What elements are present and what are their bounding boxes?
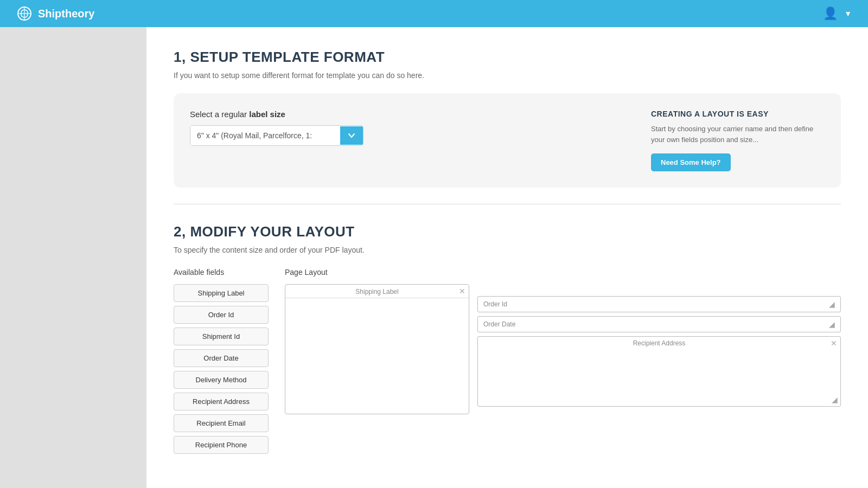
page-layout-label: Page Layout [285,268,841,277]
field-recipient-email[interactable]: Recipient Email [174,414,269,432]
field-delivery-method[interactable]: Delivery Method [174,371,269,389]
label-size-input[interactable] [190,126,340,145]
help-button[interactable]: Need Some Help? [651,153,731,171]
main-content: 1, SETUP TEMPLATE FORMAT If you want to … [146,27,868,488]
field-shipping-label[interactable]: Shipping Label [174,284,269,302]
section1-description: If you want to setup some different form… [174,71,841,80]
layout-field-recipient-address[interactable]: Recipient Address ✕ ◢ [477,336,841,407]
resize-icon-order-id: ◢ [829,300,835,309]
page-layout-column: Page Layout Shipping Label ✕ Order Id [285,268,841,458]
layout-field-order-id[interactable]: Order Id ◢ [477,296,841,312]
available-fields-column: Available fields Shipping Label Order Id… [174,268,269,458]
logo-icon [16,5,33,22]
section1-title: 1, SETUP TEMPLATE FORMAT [174,49,841,66]
label-size-select-wrapper[interactable] [190,125,363,146]
logo-text: Shiptheory [38,8,94,20]
logo: Shiptheory [16,5,94,22]
resize-icon-order-date: ◢ [829,320,835,329]
field-order-id[interactable]: Order Id [174,306,269,324]
layout-field-order-id-label: Order Id [483,300,507,308]
right-layout-fields: Order Id ◢ Order Date ◢ Recipient Addres… [477,284,841,414]
recipient-address-box-title: Recipient Address [478,337,840,350]
chevron-down-icon [348,132,355,139]
setup-card: Select a regular label size CREATING A L… [174,93,841,188]
user-icon[interactable]: 👤 [823,7,838,21]
available-fields-label: Available fields [174,268,269,277]
recipient-address-resize-handle[interactable]: ◢ [832,395,838,404]
section2-description: To specify the content size and order of… [174,246,841,254]
layout-panels: Shipping Label ✕ Order Id ◢ Order Date [285,284,841,414]
sidebar [0,27,146,488]
page-layout-area: Page Layout Shipping Label ✕ Order Id [285,268,841,458]
chevron-down-icon[interactable]: ▼ [844,9,852,18]
fields-layout: Available fields Shipping Label Order Id… [174,268,841,458]
label-size-dropdown-button[interactable] [340,126,363,145]
field-order-date[interactable]: Order Date [174,349,269,367]
label-select-area: Select a regular label size [190,110,618,146]
help-area: CREATING A LAYOUT IS EASY Start by choos… [651,110,825,171]
recipient-address-close-icon[interactable]: ✕ [831,339,837,348]
app-header: Shiptheory 👤 ▼ [0,0,868,27]
field-recipient-address[interactable]: Recipient Address [174,393,269,410]
label-size-label: Select a regular label size [190,110,618,119]
main-layout: 1, SETUP TEMPLATE FORMAT If you want to … [0,27,868,488]
layout-field-order-date[interactable]: Order Date ◢ [477,316,841,332]
field-shipment-id[interactable]: Shipment Id [174,328,269,345]
layout-field-order-date-label: Order Date [483,320,515,328]
shipping-label-layout-box[interactable]: Shipping Label ✕ [285,284,469,414]
spacer [477,284,841,296]
help-title: CREATING A LAYOUT IS EASY [651,110,825,118]
field-recipient-phone[interactable]: Recipient Phone [174,436,269,454]
section-divider [174,204,841,204]
section2-title: 2, MODIFY YOUR LAYOUT [174,223,841,240]
shipping-label-box-title: Shipping Label [285,285,469,298]
help-text: Start by choosing your carrier name and … [651,124,825,145]
shipping-label-close-icon[interactable]: ✕ [459,287,465,296]
header-right: 👤 ▼ [823,7,852,21]
